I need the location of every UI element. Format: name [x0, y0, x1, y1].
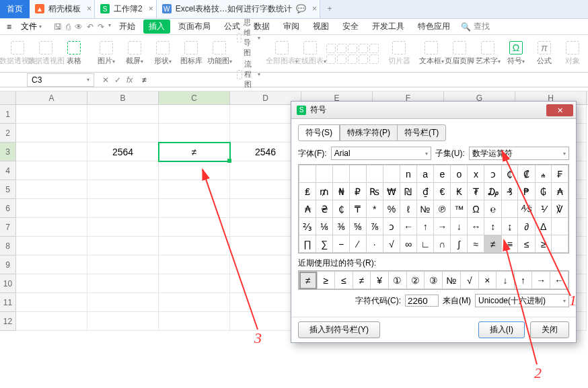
char-cell[interactable]: Δ — [536, 218, 552, 235]
tab-excel-article[interactable]: W Excel表格技…如何进行字数统计 💬 × — [157, 0, 320, 18]
symbol-button[interactable]: Ω符号▾ — [503, 38, 529, 70]
tab-symbol-bar[interactable]: 符号栏(T) — [397, 124, 446, 141]
save-icon[interactable]: 🖫 — [54, 22, 62, 32]
cell[interactable] — [16, 312, 87, 331]
col-header[interactable]: C — [159, 91, 230, 104]
tab-symbol[interactable]: 符号(S) — [298, 124, 340, 141]
select-all-corner[interactable] — [0, 91, 16, 104]
close-button[interactable]: 关闭 — [530, 321, 569, 338]
char-cell[interactable]: n — [400, 165, 416, 183]
char-cell[interactable]: ₯ — [484, 183, 502, 200]
char-cell[interactable]: ⅟ — [536, 200, 552, 218]
char-cell[interactable]: ₱ — [518, 183, 536, 200]
char-cell[interactable]: x — [468, 165, 484, 183]
char-cell[interactable]: ↓ — [451, 218, 468, 235]
char-cell[interactable]: ≤ — [518, 235, 536, 253]
cell[interactable] — [159, 293, 230, 312]
cell[interactable] — [87, 293, 159, 312]
accept-icon[interactable]: ✓ — [114, 75, 121, 85]
redo-icon[interactable]: ↷ — [98, 22, 104, 32]
cell[interactable] — [87, 161, 159, 180]
cell[interactable] — [87, 312, 159, 331]
screenshot-button[interactable]: 截屏▾ — [121, 38, 148, 70]
formula-input[interactable]: ≠ — [138, 75, 588, 85]
char-cell[interactable] — [502, 200, 518, 218]
char-cell[interactable]: ɔ — [484, 165, 502, 183]
chart-type-icon[interactable] — [359, 54, 368, 64]
cell[interactable]: ≠ — [159, 143, 230, 161]
char-cell[interactable]: ∕ — [349, 235, 366, 253]
menu-review[interactable]: 审阅 — [278, 20, 305, 34]
recent-char[interactable]: ≤ — [335, 272, 353, 289]
cell[interactable] — [16, 237, 87, 256]
menu-insert[interactable]: 插入 — [143, 20, 170, 34]
recent-char[interactable]: ← — [550, 272, 568, 289]
recent-grid[interactable]: ≠≥≤≠¥①②③№√×↓↑→← — [298, 270, 569, 290]
char-cell[interactable] — [366, 165, 383, 183]
name-box[interactable]: C3▾ — [27, 73, 94, 87]
preview-icon[interactable]: 👁 — [75, 22, 83, 32]
recent-char[interactable]: √ — [460, 272, 478, 289]
char-cell[interactable]: ₦ — [333, 183, 350, 200]
row-header[interactable]: 4 — [0, 161, 16, 180]
char-cell[interactable]: ⅛ — [316, 218, 333, 235]
col-header[interactable]: A — [16, 91, 87, 104]
tab-home[interactable]: 首页 — [0, 0, 30, 18]
cell[interactable] — [16, 180, 87, 199]
recent-char[interactable]: ③ — [425, 272, 443, 289]
cell[interactable] — [16, 124, 87, 143]
char-cell[interactable]: ₸ — [349, 200, 366, 218]
char-cell[interactable]: ₮ — [468, 183, 484, 200]
char-cell[interactable]: ⅍ — [518, 200, 536, 218]
close-icon[interactable]: × — [312, 4, 317, 13]
recent-char[interactable]: × — [478, 272, 497, 289]
char-cell[interactable]: ɔ — [383, 218, 400, 235]
char-cell[interactable]: ↑ — [417, 218, 434, 235]
char-cell[interactable]: ∫ — [451, 235, 468, 253]
char-cell[interactable]: ≠ — [484, 235, 502, 253]
char-cell[interactable]: ™ — [451, 200, 468, 218]
char-cell[interactable]: № — [417, 200, 434, 218]
function-chart-button[interactable]: 功能图▾ — [206, 38, 233, 70]
cell[interactable] — [159, 199, 230, 218]
char-cell[interactable]: ↨ — [502, 218, 518, 235]
chart-type-icon[interactable] — [369, 54, 379, 64]
shapes-button[interactable]: 形状▾ — [149, 38, 176, 70]
char-cell[interactable]: ℮ — [484, 200, 502, 218]
online-chart-button[interactable]: 在线图表▾ — [297, 38, 324, 70]
char-cell[interactable] — [383, 165, 400, 183]
char-cell[interactable] — [333, 165, 350, 183]
row-header[interactable]: 12 — [0, 312, 16, 331]
row-header[interactable]: 1 — [0, 105, 16, 124]
recent-char[interactable]: ≠ — [299, 272, 318, 289]
insert-button[interactable]: 插入(I) — [478, 321, 525, 338]
cell[interactable] — [159, 180, 230, 199]
char-cell[interactable] — [299, 165, 316, 183]
cell[interactable] — [16, 293, 87, 312]
from-select[interactable]: Unicode(十六进制)▾ — [475, 294, 569, 307]
recent-char[interactable]: → — [532, 272, 550, 289]
char-cell[interactable]: ₼ — [536, 165, 552, 183]
menu-start[interactable]: 开始 — [114, 20, 141, 34]
tab-special[interactable]: 特殊字符(P) — [340, 124, 398, 141]
char-cell[interactable]: ₡ — [518, 165, 536, 183]
char-cell[interactable]: ₨ — [366, 183, 383, 200]
undo-icon[interactable]: ↶ — [87, 22, 94, 32]
cell[interactable] — [87, 218, 159, 237]
cell[interactable] — [87, 237, 159, 256]
cell[interactable] — [159, 124, 230, 143]
char-cell[interactable]: ≥ — [536, 235, 552, 253]
char-cell[interactable]: ℗ — [434, 200, 451, 218]
row-header[interactable]: 5 — [0, 180, 16, 199]
chart-type-icon[interactable] — [326, 54, 336, 64]
tab-workbook[interactable]: S 工作簿2 × ● — [95, 0, 157, 18]
char-cell[interactable]: ↔ — [468, 218, 484, 235]
char-cell[interactable]: ≡ — [502, 235, 518, 253]
cell[interactable] — [159, 312, 230, 331]
cell[interactable] — [87, 199, 159, 218]
equation-button[interactable]: π公式 — [531, 38, 558, 70]
char-cell[interactable]: ⅞ — [366, 218, 383, 235]
font-select[interactable]: Arial▾ — [331, 147, 431, 160]
recent-char[interactable]: ↑ — [514, 272, 532, 289]
char-cell[interactable]: ≈ — [468, 235, 484, 253]
